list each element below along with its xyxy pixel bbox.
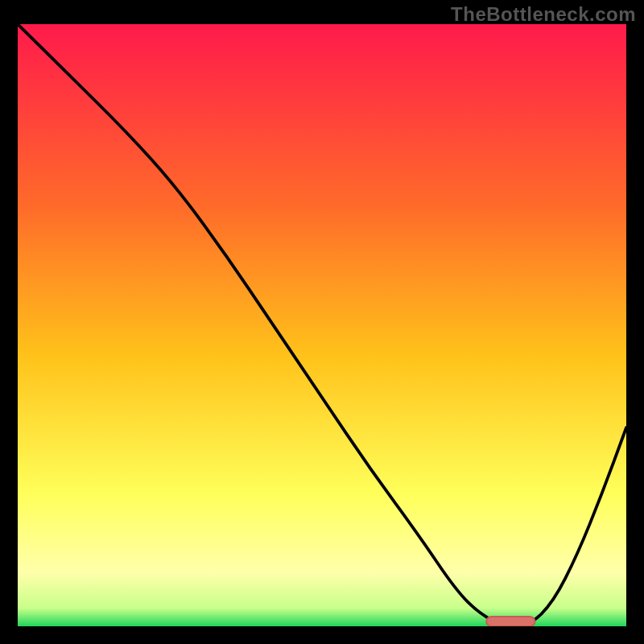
attribution-text: TheBottleneck.com (451, 3, 636, 26)
bottleneck-chart (18, 24, 626, 626)
plot-area (18, 24, 626, 626)
chart-frame: TheBottleneck.com (0, 0, 644, 644)
optimal-range-marker (486, 617, 535, 626)
